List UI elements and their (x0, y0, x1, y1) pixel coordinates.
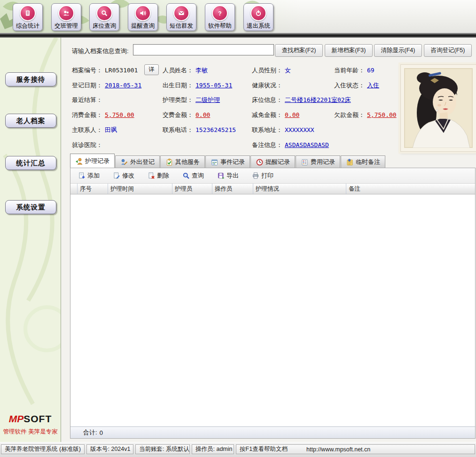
age-value: 69 (367, 67, 375, 74)
table-body[interactable] (70, 194, 475, 426)
toolbar-button-label: 综合统计 (16, 22, 39, 30)
field-age: 当前年龄： 69 (334, 66, 375, 75)
toolbar-button-bed-search[interactable]: 床位查询 (89, 3, 119, 31)
column-header-remark[interactable]: 备注 (346, 184, 475, 194)
tab-temp-note[interactable]: 临时备注 (341, 155, 385, 168)
action-label: 修改 (122, 171, 134, 180)
reminder-record-icon (256, 158, 264, 166)
edit-button[interactable]: 修改 (111, 170, 136, 181)
discount-amount-link[interactable]: 0.00 (285, 111, 299, 118)
action-label: 导出 (226, 171, 239, 180)
toolbar-button-exit[interactable]: 退出系统 (243, 3, 273, 31)
query-button[interactable]: 查询 (180, 170, 206, 181)
tab-care-record[interactable]: 护理记录 (70, 154, 115, 168)
birth-date-link[interactable]: 1955-05-31 (195, 82, 232, 89)
tab-event-record[interactable]: 事件记录 (205, 155, 250, 168)
record-tabbar: 护理记录 外出登记 其他服务 事件记录 提醒记录 (70, 154, 476, 168)
field-birth-date: 出生日期： 1955-05-31 (163, 81, 232, 90)
tab-fee-record[interactable]: 费用记录 (296, 155, 340, 168)
button-label: 查找档案(F2) (282, 46, 316, 54)
fee-record-icon (301, 158, 309, 166)
button-label: 新增档案(F3) (332, 46, 366, 54)
main-area: 请输入档案信息查询: 查找档案(F2) 新增档案(F3) 清除显示(F4) 咨询… (61, 38, 476, 442)
field-debt-amount: 欠款金额： 5,750.00 (334, 111, 397, 119)
help-hint-text: 按F1查看帮助文档 (240, 445, 288, 453)
toolbar-button-shift[interactable]: 交班管理 (51, 3, 81, 31)
consume-amount-link[interactable]: 5,750.00 (105, 111, 134, 118)
delete-button[interactable]: 删除 (146, 170, 171, 181)
clear-display-button[interactable]: 清除显示(F4) (374, 44, 422, 57)
app-window: { "toolbar": { "buttons": [ {"label": "综… (0, 0, 476, 457)
find-archive-button[interactable]: 查找档案(F2) (275, 44, 323, 57)
website-url[interactable]: http://www.mpsoft.net.cn (306, 446, 370, 453)
exit-icon (250, 5, 266, 21)
toolbar-button-reminder[interactable]: 提醒查询 (128, 3, 158, 31)
column-header-care-time[interactable]: 护理时间 (108, 184, 172, 194)
field-status: 入住状态： 入住 (334, 81, 379, 90)
detail-button[interactable]: 详 (144, 64, 159, 75)
field-bed-info: 床位信息： 二号楼16楼2201室02床 (252, 96, 351, 104)
vine-decoration (0, 38, 61, 442)
sidebar-item-system-settings[interactable]: 系统设置 (5, 200, 56, 214)
field-remark: 备注信息： ASDASDASDASD (252, 141, 329, 149)
sidebar-item-stats-summary[interactable]: 统计汇总 (5, 156, 56, 170)
tab-reminder-record[interactable]: 提醒记录 (250, 155, 295, 168)
column-header-seq[interactable]: 序号 (78, 184, 108, 194)
debt-amount-link[interactable]: 5,750.00 (367, 111, 397, 118)
reminder-icon (135, 5, 151, 21)
export-button[interactable]: 导出 (215, 170, 241, 181)
care-record-icon (75, 157, 83, 165)
bed-search-icon (96, 5, 112, 21)
archive-search-label: 请输入档案信息查询: (72, 47, 129, 55)
archive-search-input[interactable] (133, 44, 274, 55)
print-icon (252, 172, 259, 179)
sms-icon (173, 5, 189, 21)
column-header-caregiver[interactable]: 护理员 (172, 184, 212, 194)
status-bar: 美萍养老院管理系统 (标准版) 版本号: 2024v1 当前账套: 系统默认 操… (0, 442, 476, 457)
tab-label: 外出登记 (130, 158, 155, 166)
resident-photo (400, 64, 476, 152)
sidebar-item-label: 老人档案 (16, 116, 46, 125)
tab-label: 事件记录 (220, 158, 245, 166)
toolbar-button-sms[interactable]: 短信群发 (166, 3, 196, 31)
status-link[interactable]: 入住 (367, 81, 379, 90)
toolbar-bottom-edge (0, 33, 476, 38)
paid-amount-link[interactable]: 0.00 (195, 111, 210, 118)
sidebar-item-label: 服务接待 (16, 75, 46, 84)
print-button[interactable]: 打印 (250, 170, 275, 181)
column-header-care-detail[interactable]: 护理情况 (253, 184, 346, 194)
tab-checkout-register[interactable]: 外出登记 (115, 155, 160, 168)
button-label: 清除显示(F4) (381, 46, 415, 54)
row-indicator-column (70, 184, 78, 194)
tab-other-service[interactable]: 其他服务 (160, 155, 205, 168)
svg-text:?: ? (218, 10, 221, 17)
report-icon (20, 5, 36, 21)
table-footer: 合计: 0 (70, 426, 475, 438)
sidebar-item-elder-archive[interactable]: 老人档案 (5, 114, 56, 128)
toolbar-button-help[interactable]: ? 软件帮助 (205, 3, 235, 31)
toolbar-button-stats[interactable]: 综合统计 (13, 3, 43, 31)
checkout-register-icon (120, 158, 128, 166)
toolbar-button-label: 床位查询 (93, 22, 116, 30)
action-label: 添加 (87, 171, 100, 180)
consult-register-button[interactable]: 咨询登记(F5) (424, 44, 472, 57)
care-type-link[interactable]: 二级护理 (195, 96, 220, 104)
total-value: 0 (100, 429, 103, 436)
add-button[interactable]: 添加 (76, 170, 101, 181)
remark-link[interactable]: ASDASDASDASD (285, 141, 329, 148)
tab-label: 护理记录 (85, 157, 109, 165)
status-help: 按F1查看帮助文档 http://www.mpsoft.net.cn (236, 444, 475, 454)
field-hospital: 就诊医院： (72, 141, 105, 149)
sidebar-item-label: 系统设置 (16, 203, 46, 212)
field-consume-amount: 消费金额： 5,750.00 (72, 111, 134, 119)
new-archive-button[interactable]: 新增档案(F3) (325, 44, 373, 57)
bed-info-link[interactable]: 二号楼16楼2201室02床 (285, 96, 351, 104)
name-value: 李敏 (195, 66, 208, 75)
logo-slogan: 管理软件 美萍是专家 (0, 428, 61, 436)
register-date-link[interactable]: 2018-05-31 (105, 82, 141, 89)
logo-soft-text: SOFT (23, 413, 52, 424)
status-operator: 操作员: admin (192, 444, 234, 454)
column-header-operator[interactable]: 操作员 (212, 184, 253, 194)
sidebar-item-service-reception[interactable]: 服务接待 (5, 72, 56, 86)
status-app-name: 美萍养老院管理系统 (标准版) (1, 444, 85, 454)
